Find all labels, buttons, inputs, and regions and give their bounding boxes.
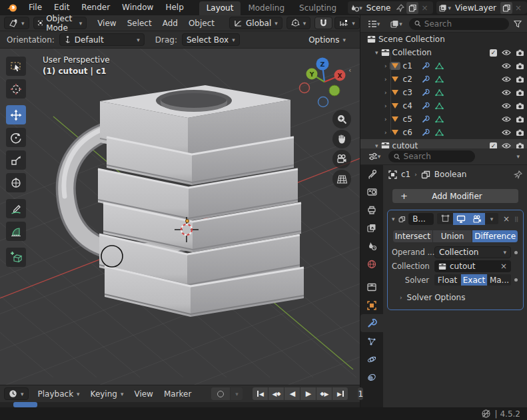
operand-animate-dot[interactable] bbox=[514, 251, 518, 254]
viewlayer-browse-button[interactable]: ▾ bbox=[439, 2, 451, 14]
scene-browse-button[interactable]: ▾ bbox=[350, 2, 362, 14]
tool-transform[interactable] bbox=[6, 173, 26, 192]
menu-help[interactable]: Help bbox=[159, 0, 189, 15]
menu-playback[interactable]: Playback▾ bbox=[33, 389, 85, 399]
properties-search[interactable] bbox=[388, 150, 475, 162]
operand-type-dropdown[interactable]: Collection▾ bbox=[434, 246, 511, 258]
collection-clear-button[interactable]: × bbox=[500, 262, 507, 271]
mode-dropdown[interactable]: Object Mode ▾ bbox=[33, 17, 87, 29]
timeline-editor-type-button[interactable]: ▾ bbox=[4, 387, 29, 400]
render-camera-icon[interactable] bbox=[516, 103, 524, 110]
solver-animate-dot[interactable] bbox=[514, 278, 518, 282]
tab-world[interactable] bbox=[360, 255, 383, 273]
outliner-search-input[interactable] bbox=[424, 19, 504, 29]
outliner-search[interactable] bbox=[409, 18, 509, 30]
gizmo-x-neg-axis[interactable] bbox=[300, 83, 310, 93]
tab-collection[interactable] bbox=[360, 278, 383, 296]
tool-scale[interactable] bbox=[6, 150, 26, 170]
menu-render[interactable]: Render bbox=[75, 0, 116, 15]
auto-keying-toggle[interactable] bbox=[211, 387, 230, 400]
render-camera-icon[interactable] bbox=[516, 89, 524, 97]
collection-checkbox[interactable]: ✓ bbox=[490, 49, 497, 57]
navigation-gizmo[interactable]: Z Y X bbox=[292, 55, 352, 115]
modifier-delete-button[interactable]: × bbox=[502, 214, 511, 224]
outliner-row-collection[interactable]: ▾ Collection ✓ bbox=[360, 46, 527, 59]
add-modifier-button[interactable]: + Add Modifier bbox=[392, 189, 518, 203]
hide-eye-icon[interactable] bbox=[502, 76, 511, 83]
tool-select-box[interactable] bbox=[6, 57, 26, 76]
viewport-3d[interactable]: User Perspective (1) cutout | c1 bbox=[0, 49, 360, 385]
region-collapse-chevron[interactable]: ‹ bbox=[348, 66, 351, 75]
tool-measure[interactable] bbox=[6, 222, 26, 241]
play-button[interactable]: ▶ bbox=[300, 387, 316, 400]
workspace-tab-modeling[interactable]: Modeling bbox=[241, 1, 292, 15]
zoom-view-button[interactable] bbox=[332, 110, 351, 128]
snap-toggle[interactable] bbox=[314, 17, 332, 29]
editor-type-button[interactable]: ▾ bbox=[4, 17, 29, 29]
tool-move[interactable] bbox=[6, 105, 26, 124]
hide-eye-icon[interactable] bbox=[502, 116, 511, 122]
transform-orientation-dropdown[interactable]: Global ▾ bbox=[229, 17, 282, 29]
modifier-expand-icon[interactable]: ▾ bbox=[392, 216, 395, 222]
tool-rotate[interactable] bbox=[6, 128, 26, 147]
workspace-tab-layout[interactable]: Layout bbox=[199, 1, 241, 15]
workspace-tab-sculpting[interactable]: Sculpting bbox=[292, 1, 344, 15]
solver-options-row[interactable]: › Solver Options bbox=[388, 290, 523, 306]
hide-eye-icon[interactable] bbox=[502, 89, 511, 96]
properties-search-input[interactable] bbox=[404, 152, 470, 161]
outliner-row-object[interactable]: › c6 bbox=[360, 126, 527, 139]
collection-hide-eye-icon[interactable] bbox=[502, 49, 511, 56]
next-keyframe-button[interactable]: ◆▶ bbox=[316, 387, 332, 400]
playhead[interactable] bbox=[13, 402, 37, 407]
orientation-setting-dropdown[interactable]: Default ▾ bbox=[59, 33, 145, 46]
cutout-expand-icon[interactable]: ▾ bbox=[375, 142, 378, 148]
outliner-display-mode-dropdown[interactable]: ▾ bbox=[364, 18, 384, 30]
tab-output[interactable] bbox=[360, 201, 383, 219]
cutout-render-camera-icon[interactable] bbox=[516, 142, 524, 149]
outliner-filter-dropdown[interactable]: ▾ bbox=[386, 18, 406, 30]
realtime-display-toggle[interactable] bbox=[453, 213, 469, 225]
ortho-grid-button[interactable] bbox=[332, 170, 351, 188]
outliner-row-cutout[interactable]: ▾ cutout ✓ bbox=[360, 139, 527, 148]
scene-new-button[interactable] bbox=[406, 2, 418, 14]
menu-file[interactable]: File bbox=[23, 0, 48, 15]
properties-options-chevron[interactable]: ▾ bbox=[512, 153, 524, 160]
options-dropdown[interactable]: Options ▾ bbox=[304, 33, 350, 46]
solver-exact-button[interactable]: Exact bbox=[461, 274, 487, 286]
solver-manifold-button[interactable]: Ma... bbox=[488, 274, 511, 286]
modifier-name-field[interactable]: B... bbox=[408, 213, 434, 225]
viewlayer-name[interactable]: ViewLayer bbox=[451, 3, 500, 13]
pan-view-button[interactable] bbox=[332, 130, 351, 148]
solver-float-button[interactable]: Float bbox=[434, 274, 460, 286]
tab-modifiers[interactable] bbox=[360, 314, 383, 332]
menu-window[interactable]: Window bbox=[116, 0, 159, 15]
tab-render[interactable] bbox=[360, 183, 383, 201]
tab-physics[interactable] bbox=[360, 350, 383, 368]
scene-name[interactable]: Scene bbox=[362, 3, 395, 13]
tab-object[interactable] bbox=[360, 296, 383, 314]
outliner-row-object[interactable]: › c1 bbox=[360, 59, 527, 73]
menu-keying[interactable]: Keying▾ bbox=[85, 389, 129, 399]
outliner-row-object[interactable]: › c2 bbox=[360, 73, 527, 86]
properties-editor-type-button[interactable]: ▾ bbox=[364, 150, 385, 162]
pivot-point-dropdown[interactable]: ▾ bbox=[286, 17, 311, 29]
menu-object[interactable]: Object bbox=[183, 19, 220, 28]
scene-pin-icon[interactable] bbox=[394, 2, 406, 14]
breadcrumb-object[interactable]: c1 bbox=[401, 170, 410, 179]
render-camera-icon[interactable] bbox=[516, 76, 524, 83]
gizmo-y-neg-axis[interactable] bbox=[329, 85, 340, 96]
hide-eye-icon[interactable] bbox=[502, 129, 511, 136]
play-reverse-button[interactable]: ◀ bbox=[284, 387, 300, 400]
pin-icon[interactable] bbox=[514, 170, 522, 179]
tab-scene[interactable] bbox=[360, 237, 383, 255]
outliner-row-scene-collection[interactable]: Scene Collection bbox=[360, 33, 527, 46]
outliner-row-object[interactable]: › c5 bbox=[360, 112, 527, 126]
tab-view-layer[interactable] bbox=[360, 219, 383, 237]
render-display-toggle[interactable] bbox=[469, 213, 485, 225]
render-camera-icon[interactable] bbox=[516, 116, 524, 123]
jump-to-end-button[interactable]: ▶ bbox=[332, 387, 348, 400]
tool-cursor[interactable] bbox=[6, 79, 26, 99]
outliner-row-object[interactable]: › c3 bbox=[360, 86, 527, 99]
camera-view-button[interactable] bbox=[332, 150, 351, 168]
modifier-drag-handle[interactable]: ⣿ bbox=[514, 216, 519, 222]
